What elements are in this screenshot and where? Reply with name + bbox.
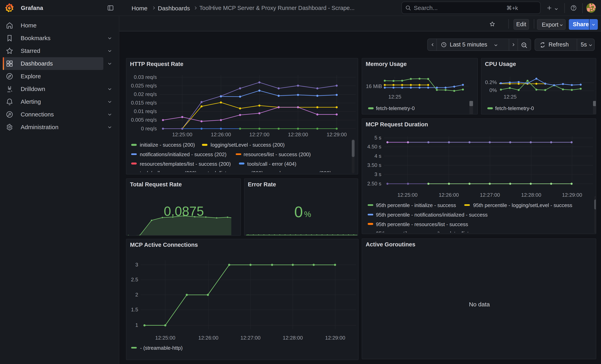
svg-text:%: % [304, 210, 311, 218]
svg-text:2.50 s: 2.50 s [367, 181, 381, 187]
svg-text:1: 1 [135, 322, 138, 328]
svg-text:12:26:00: 12:26:00 [439, 192, 459, 198]
svg-text:12:29:00: 12:29:00 [327, 132, 347, 138]
svg-text:12:26:00: 12:26:00 [198, 335, 218, 341]
svg-text:2: 2 [135, 292, 138, 298]
svg-text:0.0875: 0.0875 [164, 204, 204, 218]
svg-text:12:28:00: 12:28:00 [283, 335, 303, 341]
svg-text:0.02 req/s: 0.02 req/s [134, 91, 157, 97]
svg-text:3 s: 3 s [374, 171, 381, 177]
svg-text:0.005 req/s: 0.005 req/s [131, 117, 157, 123]
svg-text:1.5: 1.5 [131, 306, 138, 313]
svg-text:0.025 req/s: 0.025 req/s [131, 83, 157, 89]
svg-text:16 MiB: 16 MiB [366, 83, 382, 89]
svg-text:12:29:00: 12:29:00 [562, 192, 582, 198]
svg-text:2.5: 2.5 [131, 276, 138, 283]
svg-text:0 req/s: 0 req/s [141, 126, 157, 132]
svg-text:0.03 req/s: 0.03 req/s [134, 74, 157, 80]
svg-text:12:27:00: 12:27:00 [250, 132, 270, 138]
svg-text:12:28:00: 12:28:00 [288, 132, 308, 138]
svg-text:5 s: 5 s [374, 135, 381, 141]
svg-text:0: 0 [294, 203, 303, 221]
svg-text:12:25:00: 12:25:00 [398, 192, 418, 198]
svg-text:12:25: 12:25 [504, 94, 517, 100]
svg-text:4.50 s: 4.50 s [367, 144, 381, 150]
svg-text:12:26:00: 12:26:00 [211, 132, 231, 138]
svg-text:12:28:00: 12:28:00 [521, 192, 541, 198]
svg-text:0.2%: 0.2% [485, 79, 497, 85]
svg-text:0.01 req/s: 0.01 req/s [134, 108, 157, 114]
svg-text:12:25: 12:25 [388, 94, 401, 100]
svg-text:12:29:00: 12:29:00 [325, 335, 345, 341]
svg-text:3.50 s: 3.50 s [367, 162, 381, 168]
svg-text:3: 3 [135, 262, 138, 268]
svg-text:4 s: 4 s [374, 153, 381, 159]
svg-text:12:27:00: 12:27:00 [480, 192, 500, 198]
svg-text:0.015 req/s: 0.015 req/s [131, 100, 157, 106]
svg-text:0%: 0% [489, 87, 497, 93]
svg-text:12:27:00: 12:27:00 [240, 335, 260, 341]
svg-text:12:25:00: 12:25:00 [155, 335, 175, 341]
svg-text:12:25:00: 12:25:00 [172, 132, 192, 138]
